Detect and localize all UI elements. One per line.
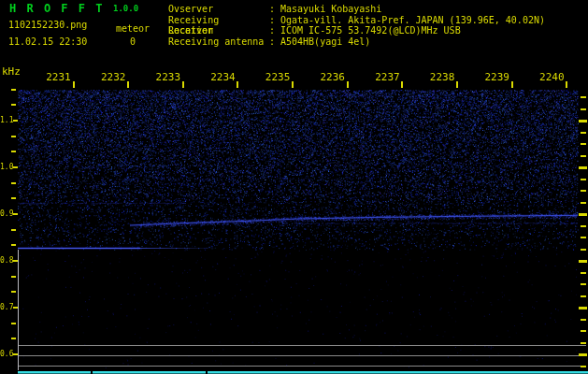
- app-version: 1.0.0: [113, 5, 138, 13]
- y-minor-tick: [11, 136, 16, 137]
- spectrogram-canvas: [0, 0, 588, 374]
- station-info-row: Ovserver:Masayuki Kobayashi: [168, 4, 381, 14]
- y-major-tick-right: [579, 307, 587, 309]
- y-minor-tick-right: [581, 132, 586, 134]
- meteor-count: 0: [114, 37, 151, 48]
- x-tick-label: 2234: [208, 71, 237, 83]
- x-tick-label: 2231: [45, 71, 73, 83]
- info-value: A504HB(yagi 4el): [280, 36, 370, 47]
- y-minor-tick: [11, 291, 16, 293]
- y-major-tick: [13, 353, 18, 355]
- y-major-tick: [13, 260, 18, 262]
- y-minor-tick-right: [581, 202, 586, 204]
- info-value: Masayuki Kobayashi: [280, 4, 381, 14]
- y-minor-tick: [11, 182, 16, 184]
- y-minor-tick-right: [581, 330, 586, 332]
- y-minor-tick-right: [581, 319, 586, 321]
- y-minor-tick-right: [581, 283, 586, 285]
- y-tick-label: 0.9: [0, 209, 12, 218]
- y-minor-tick: [11, 229, 16, 231]
- station-info-row: Receiver:ICOM IC-575 53.7492(@LCD)MHz US…: [168, 25, 461, 36]
- y-minor-tick: [11, 338, 16, 339]
- x-tick-label: 2233: [154, 71, 182, 83]
- app-title: H R O F F T: [9, 3, 104, 15]
- x-minute-tick: [292, 81, 294, 88]
- y-minor-tick-right: [581, 155, 586, 157]
- y-minor-tick-right: [581, 272, 586, 274]
- y-minor-tick-right: [581, 237, 586, 238]
- y-minor-tick-right: [581, 108, 586, 110]
- hrofft-output-image: H R O F F T 1.0.0 1102152230.png meteor …: [0, 0, 588, 374]
- output-filename: 1102152230.png: [8, 21, 87, 31]
- x-minute-tick: [73, 81, 75, 88]
- y-minor-tick: [11, 323, 16, 324]
- x-minute-tick: [127, 81, 129, 88]
- x-tick-label: 2240: [538, 71, 566, 83]
- y-tick-label: 1.1: [0, 116, 12, 124]
- y-minor-tick: [11, 244, 16, 246]
- y-major-tick-right: [579, 213, 587, 216]
- y-minor-tick: [11, 197, 16, 199]
- y-minor-tick: [11, 151, 16, 152]
- y-major-tick-right: [579, 260, 587, 263]
- x-tick-label: 2238: [428, 71, 456, 83]
- y-major-tick-right: [579, 166, 587, 169]
- y-minor-tick: [11, 104, 16, 106]
- y-minor-tick-right: [581, 143, 586, 145]
- x-tick-label: 2236: [319, 71, 347, 83]
- timestamp: 11.02.15 22:30: [8, 37, 87, 48]
- info-label: Receiver: [168, 25, 269, 36]
- info-separator: :: [269, 25, 280, 36]
- info-separator: :: [269, 36, 280, 47]
- x-tick-label: 2237: [373, 71, 401, 83]
- info-label: Ovserver: [168, 4, 269, 14]
- y-major-tick-right: [579, 120, 587, 122]
- x-tick-label: 2239: [483, 71, 511, 83]
- info-value: ICOM IC-575 53.7492(@LCD)MHz USB: [280, 25, 461, 36]
- y-minor-tick-right: [581, 96, 586, 98]
- y-tick-label: 0.8: [0, 256, 12, 265]
- x-minute-tick: [347, 81, 349, 88]
- info-label: Receiving antenna: [168, 36, 269, 47]
- y-major-tick-right: [579, 353, 587, 356]
- x-minute-tick: [511, 81, 513, 88]
- y-major-tick: [13, 166, 18, 168]
- y-major-tick: [13, 307, 18, 309]
- y-minor-tick-right: [581, 295, 586, 297]
- y-tick-label: 0.6: [0, 350, 12, 358]
- x-minute-tick: [182, 81, 184, 88]
- y-minor-tick: [11, 276, 16, 278]
- x-minute-tick: [456, 81, 458, 88]
- y-tick-label: 0.7: [0, 303, 12, 311]
- x-minute-tick: [401, 81, 403, 88]
- x-minute-tick: [237, 81, 238, 88]
- y-minor-tick-right: [581, 179, 586, 180]
- station-info-row: Receiving antenna:A504HB(yagi 4el): [168, 36, 370, 47]
- y-minor-tick: [11, 89, 16, 91]
- y-minor-tick-right: [581, 190, 586, 192]
- info-separator: :: [269, 4, 280, 14]
- y-minor-tick-right: [581, 366, 586, 367]
- y-major-tick: [13, 120, 18, 122]
- y-minor-tick-right: [581, 249, 586, 251]
- x-tick-label: 2235: [264, 71, 292, 83]
- y-minor-tick-right: [581, 225, 586, 227]
- x-minute-tick: [566, 81, 567, 88]
- y-axis-unit-label: kHz: [2, 66, 21, 78]
- y-minor-tick-right: [581, 342, 586, 344]
- y-tick-label: 1.0: [0, 163, 12, 171]
- mode-label: meteor: [114, 24, 151, 35]
- y-major-tick: [13, 213, 18, 215]
- x-tick-label: 2232: [99, 71, 127, 83]
